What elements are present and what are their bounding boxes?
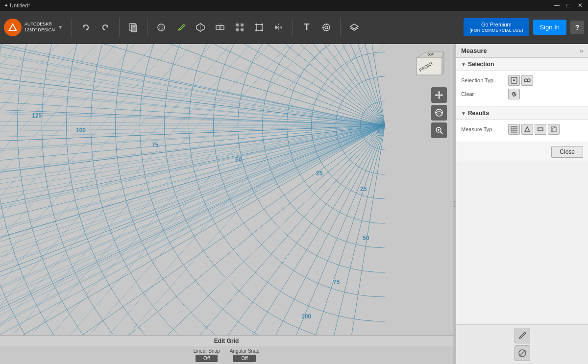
svg-line-53 — [520, 337, 521, 338]
svg-rect-12 — [236, 24, 239, 26]
transform-button[interactable] — [250, 19, 268, 36]
linear-snap-toggle[interactable]: Off — [196, 355, 218, 362]
orbit-button[interactable] — [431, 105, 447, 121]
redo-button[interactable] — [97, 19, 114, 36]
titlebar: ✦ Untitled* — □ ✕ — [0, 0, 588, 11]
toolbar-divider-2 — [119, 18, 120, 37]
mini-tools — [456, 324, 588, 364]
svg-marker-32 — [435, 94, 437, 96]
measure-collapse-button[interactable]: » — [580, 48, 583, 54]
main-toolbar: AUTODESK® 123D° DESIGN ▼ T — [0, 11, 588, 44]
svg-marker-33 — [441, 94, 443, 96]
svg-point-22 — [325, 26, 328, 29]
svg-rect-13 — [241, 24, 244, 26]
svg-marker-31 — [438, 97, 440, 99]
sketch-button[interactable] — [172, 19, 190, 36]
pan-button[interactable] — [431, 87, 447, 103]
clear-label: Clear — [461, 91, 505, 97]
logo-icon — [4, 19, 22, 36]
new-button[interactable] — [124, 19, 142, 36]
toolbar-divider-5 — [340, 18, 341, 37]
svg-point-18 — [261, 24, 263, 25]
measure-type-label: Measure Typ... — [461, 126, 505, 132]
brush-tool-button[interactable] — [514, 328, 530, 343]
window-title: ✦ Untitled* — [4, 2, 30, 9]
selection-type-buttons — [508, 75, 533, 86]
results-section-title: Results — [468, 110, 489, 117]
clear-btn[interactable] — [508, 89, 520, 99]
svg-point-17 — [255, 24, 257, 25]
clear-buttons — [508, 89, 520, 99]
toolbar-divider-3 — [147, 18, 147, 37]
selection-section-content: Selection Typ... Clear — [456, 71, 588, 107]
eraser-tool-button[interactable] — [514, 345, 530, 361]
svg-point-42 — [527, 79, 530, 82]
measure-type-btn-2[interactable] — [521, 124, 533, 135]
view-cube[interactable]: FRONT TOP — [412, 48, 447, 83]
zoom-button[interactable] — [431, 122, 447, 138]
svg-marker-30 — [438, 91, 440, 93]
logo-text: AUTODESK® 123D° DESIGN — [24, 22, 55, 33]
measure-header: Measure » — [456, 44, 588, 58]
primitives-button[interactable] — [152, 19, 170, 36]
measure-panel-title: Measure — [461, 47, 487, 54]
right-panel: Measure » ▼ Selection Selection Typ... — [456, 44, 588, 364]
selection-section-title: Selection — [468, 61, 494, 68]
toolbar-divider-1 — [72, 18, 72, 37]
svg-point-21 — [323, 24, 330, 31]
svg-point-19 — [255, 29, 257, 31]
text-button[interactable]: T — [298, 19, 316, 36]
measure-type-btn-1[interactable] — [508, 124, 520, 135]
measure-type-buttons — [508, 124, 560, 135]
svg-line-55 — [519, 350, 525, 356]
measure-type-btn-3[interactable] — [535, 124, 546, 135]
snap-button[interactable] — [318, 19, 335, 36]
svg-rect-14 — [236, 28, 239, 31]
selection-type-btn-1[interactable] — [508, 75, 520, 86]
measure-type-btn-4[interactable] — [548, 124, 560, 135]
results-section-header[interactable]: ▼ Results — [456, 107, 588, 120]
app-logo: AUTODESK® 123D° DESIGN ▼ — [4, 19, 63, 36]
edit-grid-title: Edit Grid — [5, 338, 448, 344]
svg-rect-15 — [241, 28, 244, 31]
go-premium-button[interactable]: Go Premium (FOR COMMERCIAL USE) — [464, 18, 529, 37]
group-button[interactable] — [211, 19, 229, 36]
mirror-button[interactable] — [270, 19, 288, 36]
pattern-button[interactable] — [231, 19, 248, 36]
clear-row: Clear — [461, 89, 583, 99]
view-controls — [431, 87, 447, 138]
svg-point-34 — [436, 109, 442, 116]
layers-button[interactable] — [345, 19, 363, 36]
extrude-button[interactable] — [192, 19, 209, 36]
selection-arrow-icon: ▼ — [461, 62, 466, 67]
sign-in-button[interactable]: Sign In — [533, 20, 566, 35]
results-section-content: Measure Typ... — [456, 120, 588, 142]
svg-point-6 — [158, 26, 165, 29]
canvas-area[interactable]: FRONT TOP www.dnetw.com Edit Grid — [0, 44, 453, 364]
svg-rect-48 — [538, 128, 543, 131]
toolbar-divider-4 — [293, 18, 293, 37]
angular-snap-toggle[interactable]: Off — [233, 355, 255, 362]
close-button[interactable]: Close — [551, 146, 583, 158]
selection-type-btn-2[interactable] — [521, 75, 533, 86]
edit-grid-bar: Edit Grid — [0, 335, 453, 346]
linear-snap-control: Linear Snap Off — [194, 348, 220, 362]
maximize-button[interactable]: □ — [564, 2, 572, 9]
edit-grid-area: Edit Grid Linear Snap Off Angular Snap O… — [0, 335, 453, 364]
close-btn-row: Close — [456, 142, 588, 162]
minimize-button[interactable]: — — [553, 2, 561, 9]
selection-section-header[interactable]: ▼ Selection — [456, 58, 588, 71]
svg-point-41 — [524, 79, 527, 82]
svg-point-20 — [261, 29, 263, 31]
main-area: FRONT TOP www.dnetw.com Edit Grid — [0, 44, 588, 364]
snap-controls: Linear Snap Off Angular Snap Off — [0, 346, 453, 364]
selection-type-row: Selection Typ... — [461, 75, 583, 86]
svg-rect-3 — [131, 25, 137, 32]
svg-point-40 — [513, 79, 515, 81]
help-button[interactable]: ? — [570, 21, 584, 34]
svg-rect-16 — [256, 24, 262, 30]
undo-button[interactable] — [77, 19, 95, 36]
logo-dropdown-icon[interactable]: ▼ — [58, 24, 63, 30]
close-window-button[interactable]: ✕ — [576, 2, 584, 9]
angular-snap-label: Angular Snap — [230, 348, 260, 354]
